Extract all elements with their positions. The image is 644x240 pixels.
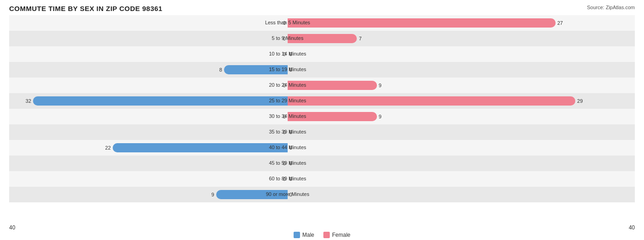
chart-row: 45 to 59 Minutes00 <box>9 156 635 171</box>
male-value: 0 <box>283 176 286 182</box>
female-bar <box>288 112 377 121</box>
male-bar <box>216 190 288 199</box>
chart-row: 10 to 14 Minutes00 <box>9 46 635 62</box>
axis-left: 40 <box>9 224 15 231</box>
female-bar <box>288 18 556 28</box>
chart-title: COMMUTE TIME BY SEX IN ZIP CODE 98361 <box>9 5 635 12</box>
female-value: 0 <box>289 161 292 166</box>
female-bar <box>288 34 357 43</box>
male-value: 9 <box>211 192 214 197</box>
female-bar <box>288 96 575 106</box>
female-value: 0 <box>289 192 292 197</box>
chart-row: 60 to 89 Minutes00 <box>9 171 635 187</box>
female-value: 7 <box>359 36 361 41</box>
male-value: 0 <box>283 20 286 26</box>
chart-row: 5 to 9 Minutes07 <box>9 31 635 46</box>
legend-male-box <box>294 232 300 238</box>
male-value: 0 <box>283 114 286 119</box>
legend: Male Female <box>294 232 350 238</box>
chart-row: 40 to 44 Minutes220 <box>9 140 635 156</box>
male-value: 32 <box>26 98 31 104</box>
chart-row: 35 to 39 Minutes00 <box>9 124 635 140</box>
female-value: 0 <box>289 176 292 182</box>
female-value: 9 <box>379 83 382 88</box>
male-value: 0 <box>283 36 286 41</box>
chart-row: 20 to 24 Minutes09 <box>9 78 635 93</box>
male-value: 0 <box>283 161 286 166</box>
chart-row: Less than 5 Minutes027 <box>9 15 635 31</box>
chart-row: 30 to 34 Minutes09 <box>9 109 635 124</box>
female-bar <box>288 81 377 90</box>
chart-row: 25 to 29 Minutes3229 <box>9 93 635 109</box>
legend-male-label: Male <box>302 232 314 238</box>
female-value: 9 <box>379 114 382 119</box>
axis-right: 40 <box>629 224 635 231</box>
male-value: 0 <box>283 83 286 88</box>
row-label: 60 to 89 Minutes <box>269 176 306 181</box>
chart-area: Less than 5 Minutes0275 to 9 Minutes0710… <box>9 15 635 205</box>
female-value: 0 <box>289 67 292 73</box>
chart-row: 90 or more Minutes90 <box>9 187 635 202</box>
male-value: 0 <box>283 51 286 57</box>
male-value: 0 <box>283 129 286 135</box>
male-bar <box>113 143 288 152</box>
legend-female-box <box>323 232 330 238</box>
female-value: 0 <box>289 145 292 151</box>
male-value: 22 <box>105 145 111 151</box>
female-value: 0 <box>289 129 292 135</box>
male-value: 8 <box>219 67 222 73</box>
legend-female-label: Female <box>332 232 350 238</box>
male-bar <box>33 96 288 106</box>
chart-container: COMMUTE TIME BY SEX IN ZIP CODE 98361 So… <box>0 0 644 240</box>
chart-row: 15 to 19 Minutes80 <box>9 62 635 78</box>
axis-labels: 40 40 <box>9 224 635 231</box>
source-label: Source: ZipAtlas.com <box>587 5 635 10</box>
male-bar <box>224 65 288 74</box>
legend-female: Female <box>323 232 350 238</box>
row-label: 45 to 59 Minutes <box>269 160 306 166</box>
legend-male: Male <box>294 232 314 238</box>
female-value: 27 <box>557 20 563 26</box>
row-label: 10 to 14 Minutes <box>269 51 306 56</box>
female-value: 0 <box>289 51 292 57</box>
female-value: 29 <box>577 98 583 104</box>
row-label: 35 to 39 Minutes <box>269 129 306 134</box>
